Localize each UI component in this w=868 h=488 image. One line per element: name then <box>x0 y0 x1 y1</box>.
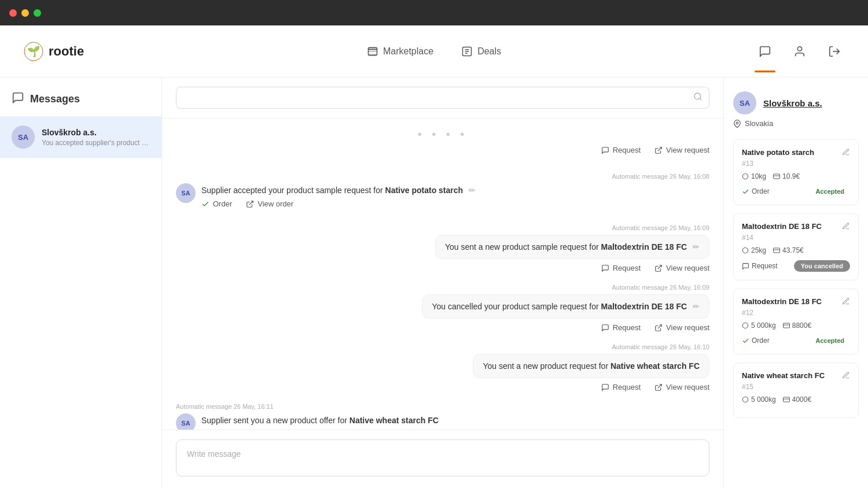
weight-3: 5 000kg <box>742 395 776 404</box>
conv-name: Slovškrob a.s. <box>42 128 150 137</box>
request-icon-malto <box>601 264 609 272</box>
edit-icon-cancelled[interactable]: ✏ <box>693 302 700 311</box>
nav-center: Marketplace Deals <box>367 46 501 57</box>
marketplace-icon <box>367 46 378 57</box>
order-check-icon-0 <box>742 188 749 195</box>
conversation-item-slovskrob[interactable]: SA Slovškrob a.s. You accepted supplier'… <box>0 116 161 158</box>
marketplace-label: Marketplace <box>383 46 433 57</box>
product-meta-3: 5 000kg 4000€ <box>742 395 850 404</box>
svg-text:🌱: 🌱 <box>27 45 41 58</box>
request-btn-wheat[interactable]: Request <box>601 383 641 391</box>
price-icon-3 <box>783 396 790 403</box>
product-edit-icon-1[interactable] <box>842 222 850 232</box>
request-btn-maltodextrin[interactable]: Request <box>601 264 641 272</box>
chat-area: • • • • Request View request Automatic m… <box>162 77 723 488</box>
svg-rect-16 <box>774 248 780 253</box>
weight-0: 10kg <box>742 172 766 180</box>
received-text-accepted: Supplier accepted your product sample re… <box>201 186 709 195</box>
product-edit-icon-3[interactable] <box>842 371 850 381</box>
product-card-header-3: Native wheat starch FC <box>742 371 850 381</box>
weight-icon-2 <box>742 322 749 329</box>
product-card-2: Maltodextrin DE 18 FC #12 5 000kg 8800€ <box>733 289 859 354</box>
edit-icon-accepted[interactable]: ✏ <box>469 186 476 195</box>
top-navigation: 🌱 rootie Marketplace Deals <box>0 25 868 77</box>
view-order-btn[interactable]: View order <box>246 199 293 208</box>
nav-right <box>755 41 845 62</box>
weight-icon-3 <box>742 396 749 403</box>
order-btn[interactable]: Order <box>201 199 232 208</box>
price-3: 4000€ <box>783 395 811 404</box>
sent-bubble-cancelled: You cancelled your product sample reques… <box>422 294 709 319</box>
avatar-slovskrob: SA <box>12 125 35 149</box>
avatar-supplier-panel: SA <box>733 91 756 114</box>
sent-msg-cancelled: You cancelled your product sample reques… <box>176 294 709 332</box>
search-icon <box>693 92 703 103</box>
product-meta-0: 10kg 10.9€ <box>742 172 850 180</box>
product-id-3: #15 <box>742 383 850 391</box>
request-icon-panel-1 <box>742 263 749 270</box>
view-request-btn-wheat[interactable]: View request <box>654 383 709 391</box>
check-icon-order <box>201 200 209 208</box>
svg-line-10 <box>658 324 661 328</box>
product-edit-icon-0[interactable] <box>842 148 850 158</box>
sent-bubble-wheat: You sent a new product request for Nativ… <box>473 354 709 378</box>
price-0: 10.9€ <box>773 172 800 180</box>
logo-icon: 🌱 <box>23 41 44 62</box>
chat-icon <box>759 45 771 58</box>
external-link-malto <box>654 264 663 272</box>
search-input[interactable] <box>176 87 709 109</box>
chat-input[interactable]: Write message <box>176 439 709 476</box>
svg-rect-14 <box>774 174 780 179</box>
nav-logout-button[interactable] <box>824 41 845 62</box>
traffic-light-red[interactable] <box>9 9 17 17</box>
product-card-header-1: Maltodextrin DE 18 FC <box>742 222 850 232</box>
product-status-row-1: Request You cancelled <box>742 260 850 272</box>
weight-icon-0 <box>742 173 749 180</box>
edit-icon-maltodextrin[interactable]: ✏ <box>693 242 700 252</box>
messages-title: Messages <box>30 93 80 105</box>
auto-message-1609a: Automatic message 26 May, 16:09 <box>176 222 709 232</box>
product-action-label-0: Order <box>742 187 770 195</box>
request-btn-cancelled[interactable]: Request <box>601 323 641 332</box>
view-request-btn-maltodextrin[interactable]: View request <box>654 264 709 272</box>
external-link-cancelled <box>654 324 663 332</box>
write-message-placeholder: Write message <box>187 449 241 459</box>
weight-icon-1 <box>742 247 749 254</box>
price-icon-0 <box>773 173 780 180</box>
chat-search-bar <box>162 77 723 119</box>
auto-message-1608: Automatic message 26 May, 16:08 <box>176 171 709 181</box>
messages-header: Messages <box>0 77 161 116</box>
nav-chat-button[interactable] <box>755 41 775 62</box>
view-request-btn-top[interactable]: View request <box>654 146 709 154</box>
product-edit-icon-2[interactable] <box>842 297 850 307</box>
received-text-offer: Supplier sent you a new product offer fo… <box>201 416 709 425</box>
product-card-header-2: Maltodextrin DE 18 FC <box>742 297 850 307</box>
product-status-row-2: Order Accepted <box>742 335 850 346</box>
external-link-icon-top <box>654 146 663 154</box>
profile-icon <box>793 45 806 58</box>
traffic-light-green[interactable] <box>34 9 41 17</box>
status-badge-2: Accepted <box>810 335 850 346</box>
nav-deals[interactable]: Deals <box>461 46 501 57</box>
product-name-2: Maltodextrin DE 18 FC <box>742 297 842 306</box>
product-meta-1: 25kg 43.75€ <box>742 246 850 254</box>
deals-icon <box>461 46 473 57</box>
nav-profile-button[interactable] <box>789 41 810 62</box>
nav-marketplace[interactable]: Marketplace <box>367 46 433 57</box>
logo[interactable]: 🌱 rootie <box>23 41 84 62</box>
price-icon-1 <box>773 247 780 254</box>
messages-header-icon <box>12 91 24 107</box>
location-icon <box>733 120 741 128</box>
svg-line-9 <box>658 265 661 268</box>
product-action-label-2: Order <box>742 337 770 345</box>
search-input-wrap <box>176 87 709 109</box>
order-check-icon-2 <box>742 337 749 345</box>
view-request-btn-cancelled[interactable]: View request <box>654 323 709 332</box>
product-name-3: Native wheat starch FC <box>742 371 842 380</box>
request-btn-top[interactable]: Request <box>601 146 641 154</box>
traffic-light-yellow[interactable] <box>21 9 29 17</box>
received-msg-accepted: SA Supplier accepted your product sample… <box>176 183 709 210</box>
supplier-name[interactable]: Slovškrob a.s. <box>763 98 822 108</box>
svg-point-13 <box>736 122 738 124</box>
conv-preview: You accepted supplier's product offe... <box>42 139 150 147</box>
